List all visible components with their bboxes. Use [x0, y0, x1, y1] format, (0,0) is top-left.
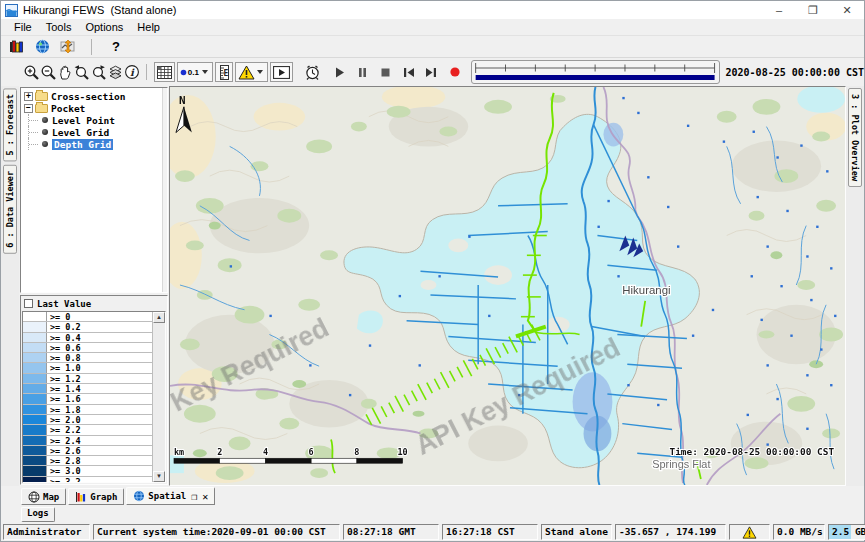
scale-tick: 6: [309, 447, 314, 457]
tree-item-level-grid[interactable]: Level Grid: [21, 126, 167, 138]
status-warning-cell[interactable]: [729, 524, 770, 540]
legend-row[interactable]: >= 0.4: [23, 333, 152, 343]
legend-color-swatch: [23, 343, 47, 352]
globe-blue-icon: [133, 490, 145, 502]
close-button[interactable]: ✕: [830, 1, 864, 19]
tree-item-label: Level Grid: [52, 127, 109, 138]
legend-table-body: >= 0>= 0.2>= 0.4>= 0.6>= 0.8>= 1.0>= 1.2…: [23, 312, 152, 482]
profile-chart-icon[interactable]: [59, 38, 77, 56]
record-icon[interactable]: [448, 63, 461, 81]
legend-row[interactable]: >= 1.8: [23, 405, 152, 415]
legend-row[interactable]: >= 2.4: [23, 436, 152, 446]
pan-hand-icon[interactable]: [57, 63, 73, 81]
stop-icon[interactable]: [379, 63, 392, 81]
last-value-checkbox[interactable]: [24, 299, 33, 308]
menu-options[interactable]: Options: [78, 20, 130, 34]
chevron-down-icon: [202, 70, 208, 74]
tab-plot-overview[interactable]: 3 : Plot Overview: [848, 88, 862, 187]
scale-button[interactable]: E: [215, 62, 233, 82]
last-frame-icon[interactable]: [424, 63, 438, 81]
legend-row[interactable]: >= 2.8: [23, 456, 152, 466]
bar-chart-icon: [75, 491, 87, 503]
grid-icon: [157, 66, 172, 79]
legend-row[interactable]: >= 2.0: [23, 415, 152, 425]
tree-item-label: Cross-section: [51, 91, 125, 102]
legend-header: Last Value: [21, 296, 167, 311]
pause-icon[interactable]: [356, 63, 369, 81]
legend-entry-label: >= 1.4: [47, 384, 152, 393]
area-label: Springs Flat: [652, 458, 710, 470]
map-canvas[interactable]: API Key Required API Key Required Hikura…: [170, 87, 845, 485]
legend-scrollbar[interactable]: ▲ ▼: [152, 312, 165, 482]
tree-scrollbar[interactable]: [162, 88, 167, 292]
help-question[interactable]: ?: [106, 39, 126, 54]
logs-button[interactable]: Logs: [21, 507, 55, 522]
legend-row[interactable]: >= 0: [23, 312, 152, 322]
legend-table: >= 0>= 0.2>= 0.4>= 0.6>= 0.8>= 1.0>= 1.2…: [22, 311, 166, 483]
legend-row[interactable]: >= 0.8: [23, 353, 152, 363]
animation-clock-icon[interactable]: [304, 63, 321, 81]
legend-row[interactable]: >= 0.2: [23, 322, 152, 332]
legend-color-swatch: [23, 415, 47, 424]
tab-label: Map: [43, 492, 59, 502]
tree-item-depth-grid[interactable]: Depth Grid: [21, 138, 167, 150]
tree-item-level-point[interactable]: Level Point: [21, 114, 167, 126]
warning-dropdown[interactable]: [235, 62, 268, 82]
zoom-in-icon[interactable]: [23, 63, 40, 81]
legend-color-swatch: [23, 394, 47, 403]
panel-close-icon[interactable]: ✕: [202, 491, 208, 502]
legend-row[interactable]: >= 2.2: [23, 425, 152, 435]
tree-item-pocket[interactable]: − Pocket: [21, 102, 167, 114]
zoom-previous-icon[interactable]: [73, 63, 90, 81]
first-frame-icon[interactable]: [402, 63, 416, 81]
legend-color-swatch: [23, 353, 47, 362]
tree-item-cross-section[interactable]: + Cross-section: [21, 90, 167, 102]
scroll-down-icon[interactable]: ▼: [153, 471, 165, 482]
database-icon[interactable]: [7, 38, 25, 56]
legend-row[interactable]: >= 3.0: [23, 466, 152, 476]
collapse-icon[interactable]: −: [24, 104, 33, 113]
play-icon[interactable]: [333, 63, 346, 81]
scale-unit: km: [174, 447, 184, 457]
minimize-button[interactable]: –: [762, 1, 796, 19]
threshold-dropdown[interactable]: 0.1: [177, 62, 213, 82]
tab-map[interactable]: Map: [21, 488, 66, 505]
tab-forecast[interactable]: 5 : Forecast: [3, 88, 17, 161]
playback-window-button[interactable]: [270, 62, 293, 82]
tab-graph[interactable]: Graph: [68, 488, 124, 505]
tree-item-label: Pocket: [51, 103, 85, 114]
legend-row[interactable]: >= 0.6: [23, 343, 152, 353]
legend-row[interactable]: >= 3.2: [23, 477, 152, 482]
scroll-up-icon[interactable]: ▲: [153, 312, 165, 323]
legend-row[interactable]: >= 1.4: [23, 384, 152, 394]
grid-button[interactable]: [154, 62, 175, 82]
timeline-bar[interactable]: [476, 75, 715, 80]
expand-icon[interactable]: +: [24, 92, 33, 101]
menu-help[interactable]: Help: [130, 20, 167, 34]
legend-entry-label: >= 2.0: [47, 415, 152, 424]
tab-data-viewer[interactable]: 6 : Data Viewer: [3, 165, 17, 254]
legend-row[interactable]: >= 1.0: [23, 363, 152, 373]
status-system-time: Current system time:2020-09-01 00:00 CST: [93, 524, 340, 540]
maximize-button[interactable]: ❐: [796, 1, 830, 19]
tab-label: Graph: [90, 492, 117, 502]
panel-maximize-icon[interactable]: ❐: [191, 491, 197, 502]
legend-row[interactable]: >= 2.6: [23, 446, 152, 456]
info-icon[interactable]: i: [124, 63, 140, 81]
menu-file[interactable]: File: [7, 20, 39, 34]
app-window: Hikurangi FEWS (Stand alone) – ❐ ✕ File …: [0, 0, 865, 542]
legend-entry-label: >= 3.2: [47, 477, 152, 482]
layers-icon[interactable]: [107, 63, 124, 81]
menu-tools[interactable]: Tools: [39, 20, 79, 34]
globe-icon[interactable]: [33, 38, 51, 56]
zoom-out-icon[interactable]: [40, 63, 57, 81]
scale-tick: 4: [263, 447, 268, 457]
legend-row[interactable]: >= 1.6: [23, 394, 152, 404]
map-view[interactable]: API Key Required API Key Required Hikura…: [169, 86, 846, 486]
legend-row[interactable]: >= 1.2: [23, 374, 152, 384]
right-tab-strip: 3 : Plot Overview: [846, 86, 864, 486]
zoom-next-icon[interactable]: [90, 63, 107, 81]
legend-color-swatch: [23, 405, 47, 414]
tab-spatial[interactable]: Spatial ❐ ✕: [126, 487, 215, 505]
timeline-slider[interactable]: [471, 60, 719, 84]
